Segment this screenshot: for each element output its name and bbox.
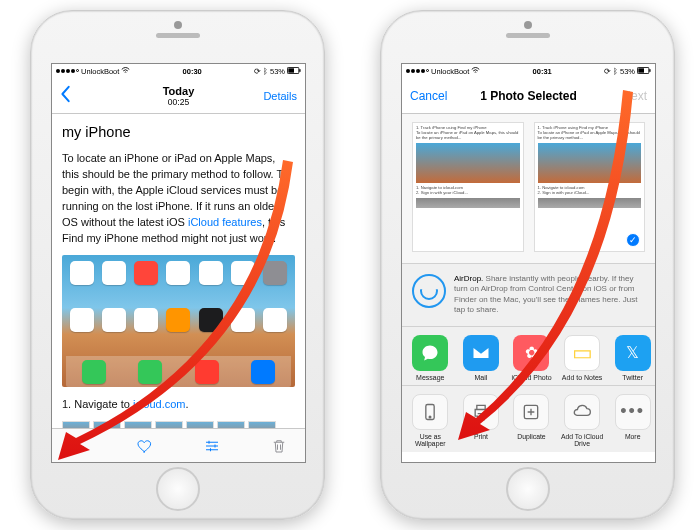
airdrop-text: AirDrop. Share instantly with people nea… — [454, 274, 645, 316]
nav-bar: Today 00:25 Details — [52, 78, 305, 114]
back-button[interactable] — [60, 85, 72, 106]
speaker — [506, 33, 550, 38]
checkmark-icon: ✓ — [626, 233, 640, 247]
article-heading: my iPhone — [62, 122, 295, 143]
cancel-button[interactable]: Cancel — [410, 89, 447, 103]
battery-icon — [287, 67, 301, 76]
action-wallpaper[interactable]: Use as Wallpaper — [408, 394, 453, 448]
step-line: 1. Navigate to icloud.com. — [62, 397, 295, 413]
home-button[interactable] — [506, 467, 550, 511]
iphone-right: UnlockBoot 00:31 ⟳ ᛒ 53% Cancel 1 Photo … — [380, 10, 675, 520]
share-twitter[interactable]: 𝕏Twitter — [610, 335, 655, 381]
airdrop-icon — [412, 274, 446, 308]
wifi-icon — [121, 67, 130, 76]
share-notes[interactable]: ▭Add to Notes — [560, 335, 605, 381]
battery-pct: 53% — [270, 67, 285, 76]
action-duplicate[interactable]: Duplicate — [509, 394, 554, 448]
content-body: my iPhone To locate an iPhone or iPad on… — [52, 114, 305, 447]
action-more[interactable]: •••More — [610, 394, 655, 448]
bluetooth-icon: ᛒ — [613, 67, 618, 76]
orientation-lock-icon: ⟳ — [604, 67, 611, 76]
photo-thumb-2[interactable]: 1. Track iPhone using Find my iPhoneTo l… — [534, 122, 646, 252]
wifi-icon — [471, 67, 480, 76]
speaker — [156, 33, 200, 38]
carrier-label: UnlockBoot — [81, 67, 119, 76]
orientation-lock-icon: ⟳ — [254, 67, 261, 76]
signal-icon — [406, 69, 429, 73]
nav-bar: Cancel 1 Photo Selected Next — [402, 78, 655, 114]
next-button[interactable]: Next — [622, 89, 647, 103]
svg-point-7 — [429, 416, 431, 418]
heart-icon[interactable] — [135, 436, 155, 456]
svg-rect-1 — [288, 68, 294, 72]
airdrop-row[interactable]: AirDrop. Share instantly with people nea… — [402, 264, 655, 327]
embedded-homescreen-image[interactable] — [62, 255, 295, 387]
status-bar: UnlockBoot 00:30 ⟳ ᛒ 53% — [52, 64, 305, 78]
details-button[interactable]: Details — [263, 90, 297, 102]
battery-icon — [637, 67, 651, 76]
action-print[interactable]: Print — [459, 394, 504, 448]
article-paragraph: To locate an iPhone or iPad on Apple Map… — [62, 151, 295, 247]
icloud-features-link[interactable]: iCloud features — [188, 216, 262, 228]
photo-thumb-1[interactable]: 1. Track iPhone using Find my iPhoneTo l… — [412, 122, 524, 252]
iphone-left: UnlockBoot 00:30 ⟳ ᛒ 53% Today 00: — [30, 10, 325, 520]
carrier-label: UnlockBoot — [431, 67, 469, 76]
bottom-toolbar — [52, 428, 305, 462]
camera-dot — [174, 21, 182, 29]
sliders-icon[interactable] — [202, 436, 222, 456]
camera-dot — [524, 21, 532, 29]
share-message[interactable]: Message — [408, 335, 453, 381]
svg-rect-5 — [649, 69, 650, 72]
app-share-row: Message Mail ✿iCloud Photo ▭Add to Notes… — [402, 327, 655, 386]
trash-icon[interactable] — [269, 436, 289, 456]
share-icon[interactable] — [68, 436, 88, 456]
photo-preview-row: 1. Track iPhone using Find my iPhoneTo l… — [402, 114, 655, 264]
status-time: 00:30 — [183, 67, 202, 76]
action-icloud-drive[interactable]: Add To iCloud Drive — [560, 394, 605, 448]
screen-left: UnlockBoot 00:30 ⟳ ᛒ 53% Today 00: — [51, 63, 306, 463]
screen-right: UnlockBoot 00:31 ⟳ ᛒ 53% Cancel 1 Photo … — [401, 63, 656, 463]
status-bar: UnlockBoot 00:31 ⟳ ᛒ 53% — [402, 64, 655, 78]
svg-rect-4 — [638, 68, 644, 72]
share-icloud-photo[interactable]: ✿iCloud Photo — [509, 335, 554, 381]
svg-rect-2 — [299, 69, 300, 72]
battery-pct: 53% — [620, 67, 635, 76]
action-row: Use as Wallpaper Print Duplicate Add To … — [402, 386, 655, 452]
home-button[interactable] — [156, 467, 200, 511]
share-mail[interactable]: Mail — [459, 335, 504, 381]
icloud-link[interactable]: icloud.com — [133, 398, 186, 410]
bluetooth-icon: ᛒ — [263, 67, 268, 76]
signal-icon — [56, 69, 79, 73]
status-time: 00:31 — [533, 67, 552, 76]
